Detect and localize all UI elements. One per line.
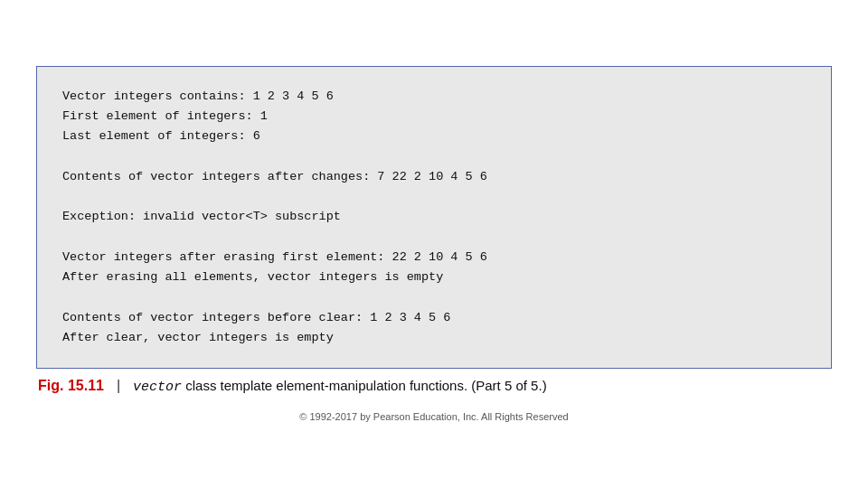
caption-text: vector class template element-manipulati…: [133, 378, 547, 395]
caption-rest: class template element-manipulation func…: [182, 378, 547, 393]
caption-mono-word: vector: [133, 380, 182, 395]
fig-label: Fig. 15.11: [38, 378, 104, 394]
figure-caption: Fig. 15.11 | vector class template eleme…: [36, 378, 832, 395]
caption-divider: |: [117, 378, 120, 394]
main-container: Vector integers contains: 1 2 3 4 5 6 Fi…: [36, 66, 832, 422]
copyright-text: © 1992-2017 by Pearson Education, Inc. A…: [36, 411, 832, 422]
code-output-box: Vector integers contains: 1 2 3 4 5 6 Fi…: [36, 66, 832, 369]
